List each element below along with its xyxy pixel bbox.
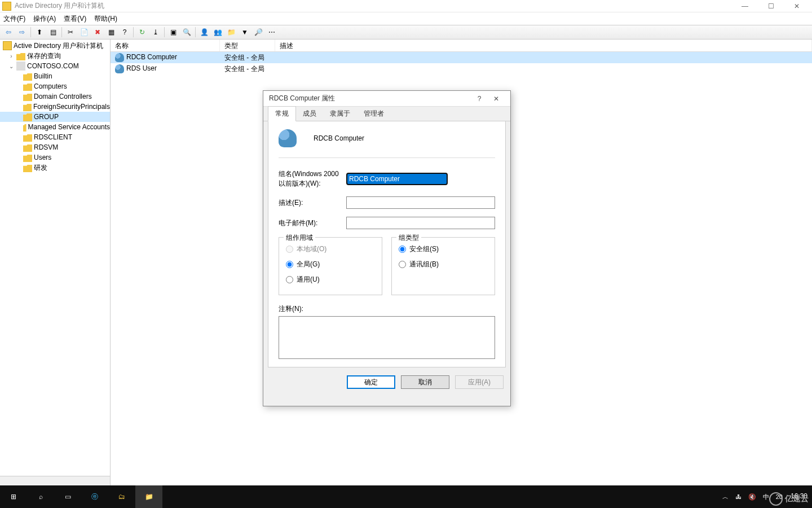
scope-global-radio[interactable] [286, 261, 293, 268]
col-name[interactable]: 名称 [111, 40, 220, 51]
tree-root[interactable]: Active Directory 用户和计算机 [0, 41, 110, 51]
tree-label: Domain Controllers [34, 93, 92, 100]
tree-node-managed service accounts[interactable]: Managed Service Accounts [0, 122, 110, 132]
ok-button[interactable]: 确定 [347, 375, 395, 389]
copy-icon[interactable]: 📄 [78, 26, 90, 38]
description-label: 描述(E): [279, 198, 346, 208]
more-icon[interactable]: ⋯ [266, 26, 278, 38]
tree-node-builtin[interactable]: Builtin [0, 71, 110, 81]
tray-volume-icon[interactable]: 🔇 [745, 485, 760, 508]
minimize-button[interactable]: — [732, 0, 758, 12]
folder-icon [23, 133, 32, 142]
tab-general[interactable]: 常规 [268, 106, 296, 121]
cancel-button[interactable]: 取消 [401, 375, 449, 389]
close-button[interactable]: ✕ [784, 0, 810, 12]
type-security-row[interactable]: 安全组(S) [399, 244, 488, 254]
scope-universal-radio[interactable] [286, 276, 293, 283]
col-type[interactable]: 类型 [220, 40, 275, 51]
new-ou-icon[interactable]: ▣ [167, 26, 179, 38]
scope-universal-row[interactable]: 通用(U) [286, 275, 375, 284]
show-hide-tree-icon[interactable]: ▤ [47, 26, 59, 38]
tree-label: RDSCLIENT [34, 133, 72, 141]
tray-chevron-icon[interactable]: ︿ [719, 485, 732, 508]
tree-label: Managed Service Accounts [28, 123, 110, 131]
tree-node-group[interactable]: GROUP [0, 112, 110, 122]
menu-view[interactable]: 查看(V) [64, 14, 86, 24]
dialog-titlebar[interactable]: RDCB Computer 属性 ? ✕ [263, 91, 510, 107]
menu-action[interactable]: 操作(A) [33, 14, 56, 24]
groupname-input[interactable] [346, 173, 448, 185]
tree-node-users[interactable]: Users [0, 152, 110, 163]
menu-file[interactable]: 文件(F) [3, 14, 25, 24]
type-distribution-row[interactable]: 通讯组(B) [399, 260, 488, 269]
notes-textarea[interactable] [279, 316, 495, 359]
nav-forward-icon[interactable]: ⇨ [16, 26, 28, 38]
delete-icon[interactable]: ✖ [91, 26, 104, 38]
search-icon[interactable]: 🔎 [252, 26, 264, 38]
nav-back-icon[interactable]: ⇦ [2, 26, 15, 38]
apply-button[interactable]: 应用(A) [455, 375, 504, 389]
properties-icon[interactable]: ▦ [105, 26, 117, 38]
taskbar-explorer-icon[interactable]: 🗂 [108, 485, 135, 508]
dialog-close-icon[interactable]: ✕ [488, 95, 505, 103]
taskbar-aduc-icon[interactable]: 📁 [135, 485, 162, 508]
type-distribution-label: 通讯组(B) [409, 260, 439, 269]
group-large-icon [279, 129, 297, 147]
tab-general-content: RDCB Computer 组名(Windows 2000 以前版本)(W): … [268, 121, 506, 367]
toolbar-sep [30, 27, 31, 37]
workspace: Active Directory 用户和计算机 › 保存的查询 ⌄ CONTOS… [0, 40, 812, 485]
refresh-icon[interactable]: ↻ [136, 26, 148, 38]
up-icon[interactable]: ⬆ [33, 26, 46, 38]
maximize-button[interactable]: ☐ [758, 0, 784, 12]
menu-help[interactable]: 帮助(H) [94, 14, 117, 24]
new-user-icon[interactable]: 👤 [198, 26, 210, 38]
expand-icon[interactable]: › [8, 53, 15, 59]
tree-node-rdsvm[interactable]: RDSVM [0, 142, 110, 152]
col-desc[interactable]: 描述 [275, 40, 812, 51]
help-icon[interactable]: ? [118, 26, 131, 38]
find-icon[interactable]: 🔍 [180, 26, 193, 38]
tab-memberof[interactable]: 隶属于 [323, 107, 357, 121]
folder-icon [23, 122, 27, 132]
taskbar-search-icon[interactable]: ⌕ [27, 485, 54, 508]
list-row[interactable]: RDCB Computer安全组 - 全局 [111, 52, 812, 63]
new-group-icon[interactable]: 👥 [211, 26, 224, 38]
tree-label: 研发 [34, 163, 47, 173]
tree-node-domain controllers[interactable]: Domain Controllers [0, 91, 110, 102]
tree-node-研发[interactable]: 研发 [0, 163, 110, 173]
dialog-help-icon[interactable]: ? [471, 95, 488, 103]
tree-node-computers[interactable]: Computers [0, 81, 110, 91]
type-distribution-radio[interactable] [399, 261, 406, 268]
group-icon [115, 53, 124, 62]
cut-icon[interactable]: ✂ [64, 26, 77, 38]
filter-icon[interactable]: ▼ [239, 26, 251, 38]
toolbar-sep [164, 27, 165, 37]
type-security-radio[interactable] [399, 246, 406, 253]
export-icon[interactable]: ⤓ [149, 26, 162, 38]
tree-saved-queries[interactable]: › 保存的查询 [0, 51, 110, 61]
collapse-icon[interactable]: ⌄ [8, 63, 15, 69]
tray-network-icon[interactable]: 🖧 [732, 485, 745, 508]
taskbar-ie-icon[interactable]: ⓔ [81, 485, 108, 508]
tree-node-rdsclient[interactable]: RDSCLIENT [0, 132, 110, 142]
toolbar-sep [133, 27, 134, 37]
new-folder-icon[interactable]: 📁 [225, 26, 237, 38]
tree-label: GROUP [34, 113, 59, 121]
email-input[interactable] [346, 217, 495, 229]
scope-local-row: 本地域(O) [286, 244, 375, 254]
tree-domain[interactable]: ⌄ CONTOSO.COM [0, 61, 110, 71]
folder-icon [23, 102, 32, 111]
task-view-icon[interactable]: ▭ [54, 485, 81, 508]
start-button[interactable]: ⊞ [0, 485, 27, 508]
tab-managedby[interactable]: 管理者 [357, 107, 391, 121]
tree-horizontal-scrollbar[interactable] [0, 476, 110, 485]
group-scope-fieldset: 组作用域 本地域(O) 全局(G) 通用(U) [279, 237, 382, 295]
watermark: 亿速云 [769, 492, 809, 506]
description-input[interactable] [346, 196, 495, 209]
list-row[interactable]: RDS User安全组 - 全局 [111, 63, 812, 75]
tree-node-foreignsecurityprincipals[interactable]: ForeignSecurityPrincipals [0, 102, 110, 112]
tab-members[interactable]: 成员 [296, 107, 323, 121]
scope-global-row[interactable]: 全局(G) [286, 260, 375, 269]
window-title: Active Directory 用户和计算机 [15, 1, 104, 11]
row-name: RDS User [126, 64, 157, 72]
